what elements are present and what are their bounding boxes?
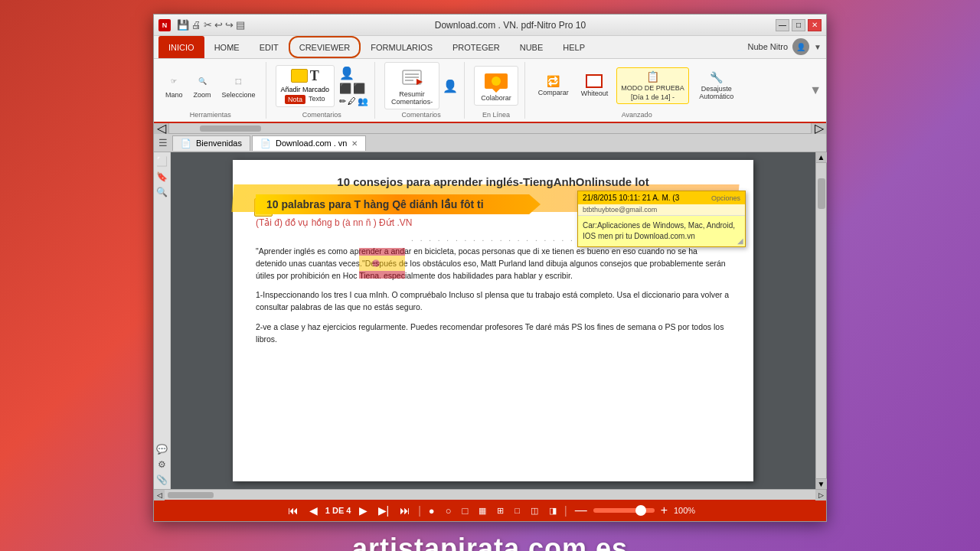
comment-email: btbthuybtoe@gmail.com (578, 204, 745, 216)
nav-first-btn[interactable]: ⏮ (285, 503, 302, 518)
app-icon: N (158, 19, 171, 31)
dropper-icon[interactable]: 🖊 (348, 96, 356, 106)
tab-nube[interactable]: NUBE (510, 36, 554, 58)
ribbon-content: ☞ Mano 🔍 Zoom ⬚ Seleccione Herramientas (154, 59, 826, 123)
paragraph-2: 1-Inspeccionando los tres I cua mInh. O … (256, 289, 730, 314)
comparar-button[interactable]: 🔁 Comparar (534, 73, 573, 99)
ribbon-tab-bar: INICIO HOME EDIT CREVIEWER FORMULARIOS P… (154, 36, 826, 59)
view-btn-circle[interactable]: ● (426, 504, 438, 518)
h-scroll-left-btn[interactable]: ◁ (154, 490, 165, 500)
person3-icon[interactable]: 👤 (443, 79, 458, 93)
user-avatar[interactable]: 👤 (792, 38, 809, 55)
options-button[interactable]: Opciones (711, 194, 740, 202)
toolbar-icon-2[interactable]: 🖨 (191, 19, 201, 31)
mano-button[interactable]: ☞ Mano (162, 70, 187, 101)
scroll-up-btn[interactable]: ▲ (816, 152, 827, 163)
view-btn-scroll[interactable]: ◨ (546, 504, 560, 517)
toolbar-icon-4[interactable]: ↩ (214, 19, 223, 31)
whiteout-icon (586, 74, 603, 88)
resize-handle-icon[interactable]: ◢ (737, 236, 743, 245)
tab-help[interactable]: HELP (553, 36, 595, 58)
person2-icon[interactable]: 👥 (358, 96, 368, 106)
zoom-plus-btn[interactable]: + (658, 502, 671, 519)
tab-close-icon[interactable]: ✕ (351, 139, 358, 148)
marker-icon[interactable]: ✏ (339, 96, 346, 106)
yellow-note-icon (291, 69, 308, 83)
h-scroll-thumb[interactable] (200, 126, 261, 132)
tab-creviewer[interactable]: CREVIEWER (289, 36, 361, 58)
colaborar-button[interactable]: Colaborar (474, 66, 518, 106)
tab-inicio[interactable]: INICIO (158, 36, 204, 58)
seleccione-button[interactable]: ⬚ Seleccione (218, 70, 260, 101)
arrow-right-icon[interactable]: ⬛ (353, 83, 365, 94)
comment-popup-body: Car:Aplicaciones de Windows, Mac, Androi… (578, 216, 745, 246)
zoom-slider[interactable] (593, 508, 655, 513)
toolbar-icon-1[interactable]: 💾 (177, 19, 189, 31)
comparar-icon: 🔁 (547, 75, 560, 87)
toolbar-icon-5[interactable]: ↪ (225, 19, 234, 31)
close-button[interactable]: ✕ (808, 19, 822, 31)
view-btn-spread[interactable]: □ (511, 504, 523, 517)
svg-point-6 (492, 77, 501, 86)
sidebar-icon-2[interactable]: 🔖 (156, 171, 168, 183)
ribbon-scroll-right[interactable]: ▼ (809, 62, 822, 119)
spain-flag (359, 248, 405, 282)
scroll-down-btn[interactable]: ▼ (816, 478, 827, 489)
view-btn-outline[interactable]: ○ (443, 504, 455, 518)
view-btn-grid2[interactable]: ⊞ (494, 504, 507, 517)
nav-prev-btn[interactable]: ◀ (306, 503, 321, 518)
document-area: ☰ 📄 Bienvenidas 📄 Download.com . vn ✕ ⬜ … (154, 134, 826, 500)
bottom-h-scrollbar[interactable]: ◁ ▷ (154, 489, 826, 500)
sidebar-icon-1[interactable]: ⬜ (156, 155, 168, 168)
scroll-right-btn[interactable]: ▷ (811, 123, 826, 134)
scroll-left-btn[interactable]: ◁ (154, 123, 169, 134)
tab-home[interactable]: HOME (204, 36, 250, 58)
comment-popup-header: 21/8/2015 10:11: 21 A. M. (3 Opciones (578, 191, 745, 204)
zoom-bar: — + 100% (572, 502, 695, 519)
vertical-scrollbar[interactable]: ▲ ▼ (815, 152, 826, 489)
comentarios2-label: Comentarios- (391, 98, 433, 106)
view-btn-grid1[interactable]: ▦ (475, 504, 489, 517)
nav-play-btn[interactable]: ▶ (356, 503, 371, 518)
comentarios2-group-label: Comentarios (402, 111, 441, 119)
view-btn-facing[interactable]: ◫ (528, 504, 541, 517)
sidebar-toggle[interactable]: ☰ (158, 137, 168, 148)
tab-proteger[interactable]: PROTEGER (443, 36, 510, 58)
sidebar-icon-bottom-3[interactable]: 📎 (156, 474, 168, 486)
sidebar-icon-bottom-1[interactable]: 💬 (156, 443, 168, 455)
tab-bienvenidas[interactable]: 📄 Bienvenidas (172, 135, 250, 151)
sidebar-icon-bottom-2[interactable]: ⚙ (156, 458, 168, 471)
texto-label[interactable]: Texto (309, 95, 325, 104)
paragraph-3: 2-ve a clase y haz ejercicios regularmen… (256, 321, 730, 346)
comment-date: 21/8/2015 10:11: 21 A. M. (3 (583, 194, 679, 202)
dropdown-arrow-icon[interactable]: ▼ (814, 43, 822, 51)
add-marcado-button[interactable]: T Añadir Marcado Nota Texto (276, 65, 335, 107)
desajuste-button[interactable]: 🔧 Desajuste Automático (694, 69, 740, 103)
top-scrollbar[interactable]: ◁ ▷ (154, 123, 826, 134)
toolbar-icon-3[interactable]: ✂ (204, 19, 212, 31)
h-scroll-right-btn[interactable]: ▷ (815, 490, 826, 500)
modo-prueba-button[interactable]: 📋 MODO DE PRUEBA [Día 1 de 14] - (616, 67, 689, 104)
zoom-minus-btn[interactable]: — (572, 502, 590, 519)
nav-next-btn[interactable]: ▶| (375, 503, 393, 518)
tab-formularios[interactable]: FORMULARIOS (361, 36, 443, 58)
tab-download[interactable]: 📄 Download.com . vn ✕ (252, 135, 367, 151)
view-btn-single[interactable]: □ (459, 504, 472, 518)
arrow-left-icon[interactable]: ⬛ (339, 83, 351, 94)
whiteout-button[interactable]: Whiteout (577, 72, 612, 99)
resumir-icon (400, 66, 424, 90)
nav-last-btn[interactable]: ⏭ (397, 503, 413, 518)
pdf-page: 10 consejos para aprender inglés-TiengAn… (233, 160, 753, 481)
scroll-thumb[interactable] (818, 178, 825, 209)
zoom-handle[interactable] (635, 505, 646, 516)
person-icon[interactable]: 👤 (339, 66, 368, 80)
h-scroll-bar[interactable] (168, 492, 214, 498)
minimize-button[interactable]: — (776, 19, 789, 31)
zoom-button[interactable]: 🔍 Zoom (190, 70, 215, 101)
maximize-button[interactable]: □ (792, 19, 805, 31)
tab-edit[interactable]: EDIT (250, 36, 289, 58)
sidebar-icon-3[interactable]: 🔍 (156, 186, 168, 198)
nota-label[interactable]: Nota (285, 95, 305, 104)
resumir-button[interactable]: Resumir Comentarios- (384, 62, 439, 109)
toolbar-icon-6[interactable]: ▤ (236, 19, 245, 31)
